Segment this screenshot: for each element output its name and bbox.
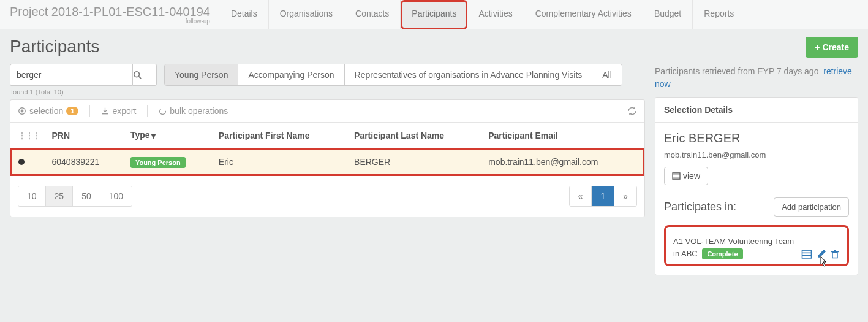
selection-details-panel: Selection Details Eric BERGER mob.train1… bbox=[655, 97, 858, 275]
grip-icon[interactable]: ⋮⋮⋮ bbox=[18, 131, 40, 140]
table-row[interactable]: 6040839221 Young Person Eric BERGER mob.… bbox=[12, 149, 644, 175]
project-subtitle: follow-up bbox=[186, 18, 210, 25]
svg-rect-6 bbox=[673, 173, 680, 179]
refresh-button[interactable] bbox=[627, 106, 637, 116]
add-participation-button[interactable]: Add participation bbox=[774, 197, 849, 217]
download-icon bbox=[101, 107, 109, 115]
page-title: Participants bbox=[10, 37, 99, 56]
page-next[interactable]: » bbox=[614, 186, 636, 206]
page-size-selector: 102550100 bbox=[18, 186, 132, 207]
page-size-25[interactable]: 25 bbox=[46, 186, 74, 206]
tab-reports[interactable]: Reports bbox=[693, 0, 745, 29]
refresh-icon bbox=[627, 106, 637, 116]
page-number-selector: «1» bbox=[569, 186, 637, 207]
view-participation-button[interactable] bbox=[801, 250, 812, 259]
list-icon bbox=[672, 172, 681, 180]
search-icon bbox=[133, 71, 142, 79]
pager: 102550100 «1» bbox=[10, 176, 644, 217]
sort-caret-icon: ▾ bbox=[151, 131, 156, 140]
trash-icon bbox=[830, 249, 840, 259]
top-bar: Project 2018-1-PL01-ESC11-040194 follow-… bbox=[0, 0, 868, 29]
col-first-name[interactable]: Participant First Name bbox=[213, 123, 348, 149]
participation-text: A1 VOL-TEAM Volunteering Team in ABC Com… bbox=[673, 236, 801, 259]
retrieve-link[interactable]: retrieve bbox=[823, 66, 852, 76]
plus-icon: + bbox=[815, 42, 820, 52]
nav-tabs: DetailsOrganisationsContactsParticipants… bbox=[220, 0, 745, 29]
status-badge: Complete bbox=[702, 248, 742, 259]
selection-count: 1 bbox=[66, 107, 78, 115]
filter-tab[interactable]: Representatives of organisations in Adva… bbox=[345, 64, 593, 85]
project-title-block: Project 2018-1-PL01-ESC11-040194 follow-… bbox=[0, 0, 220, 29]
participates-title: Participates in: bbox=[664, 201, 736, 213]
filter-tab[interactable]: Young Person bbox=[165, 64, 238, 85]
selection-toggle[interactable]: selection 1 bbox=[18, 106, 78, 116]
svg-rect-12 bbox=[832, 253, 837, 258]
export-label: export bbox=[112, 106, 136, 116]
export-button[interactable]: export bbox=[101, 106, 136, 116]
selection-label: selection bbox=[29, 106, 63, 116]
project-title: Project 2018-1-PL01-ESC11-040194 bbox=[10, 5, 210, 19]
tab-participants[interactable]: Participants bbox=[401, 0, 467, 29]
filter-tab[interactable]: All bbox=[592, 64, 622, 85]
cursor-icon bbox=[817, 255, 829, 268]
selected-email: mob.train11.ben@gmail.com bbox=[664, 150, 849, 159]
search-button[interactable] bbox=[132, 64, 157, 86]
bulk-operations-button[interactable]: bulk operations bbox=[159, 106, 228, 116]
page-prev[interactable]: « bbox=[570, 186, 592, 206]
cell-prn: 6040839221 bbox=[46, 149, 124, 175]
svg-point-0 bbox=[134, 72, 140, 77]
delete-participation-button[interactable] bbox=[830, 249, 840, 259]
page-size-100[interactable]: 100 bbox=[100, 186, 132, 206]
create-button[interactable]: + Create bbox=[806, 37, 858, 58]
results-panel: selection 1 export bulk operations bbox=[10, 99, 645, 217]
tab-organisations[interactable]: Organisations bbox=[269, 0, 344, 29]
create-label: Create bbox=[822, 42, 849, 52]
tab-complementary-activities[interactable]: Complementary Activities bbox=[524, 0, 643, 29]
found-text: found 1 (Total 10) bbox=[11, 88, 645, 96]
type-badge: Young Person bbox=[130, 157, 186, 168]
results-toolbar: selection 1 export bulk operations bbox=[10, 100, 644, 123]
tab-contacts[interactable]: Contacts bbox=[344, 0, 401, 29]
cell-email: mob.train11.ben@gmail.com bbox=[482, 149, 643, 175]
filter-tabs: Young PersonAccompanying PersonRepresent… bbox=[164, 64, 622, 86]
col-type[interactable]: Type▾ bbox=[124, 123, 213, 149]
tab-budget[interactable]: Budget bbox=[643, 0, 693, 29]
filter-tab[interactable]: Accompanying Person bbox=[238, 64, 344, 85]
search-input[interactable] bbox=[10, 64, 132, 86]
search-box bbox=[10, 64, 157, 86]
list-icon bbox=[801, 250, 812, 259]
svg-line-1 bbox=[139, 77, 142, 79]
participation-item: A1 VOL-TEAM Volunteering Team in ABC Com… bbox=[664, 225, 849, 266]
cell-last: BERGER bbox=[348, 149, 482, 175]
page-size-50[interactable]: 50 bbox=[73, 186, 100, 206]
col-last-name[interactable]: Participant Last Name bbox=[348, 123, 482, 149]
view-label: view bbox=[683, 171, 700, 181]
svg-rect-4 bbox=[102, 113, 108, 114]
selected-name: Eric BERGER bbox=[664, 131, 849, 145]
retrieve-now-link[interactable]: now bbox=[655, 79, 671, 89]
view-button[interactable]: view bbox=[664, 167, 708, 185]
bulk-label: bulk operations bbox=[170, 106, 228, 116]
svg-point-3 bbox=[21, 110, 23, 112]
selection-details-title: Selection Details bbox=[655, 98, 858, 123]
retrieve-info: Participants retrieved from EYP 7 days a… bbox=[655, 65, 858, 91]
tab-details[interactable]: Details bbox=[220, 0, 269, 29]
spinner-icon bbox=[159, 107, 167, 115]
page-size-10[interactable]: 10 bbox=[18, 186, 46, 206]
cell-first: Eric bbox=[213, 149, 348, 175]
participants-table: ⋮⋮⋮ PRN Type▾ Participant First Name Par… bbox=[10, 123, 644, 176]
selection-dot-icon bbox=[18, 159, 25, 165]
tab-activities[interactable]: Activities bbox=[467, 0, 524, 29]
svg-rect-9 bbox=[802, 250, 812, 258]
target-icon bbox=[18, 107, 26, 115]
svg-point-5 bbox=[160, 108, 166, 114]
col-email[interactable]: Participant Email bbox=[482, 123, 643, 149]
col-prn[interactable]: PRN bbox=[46, 123, 124, 149]
page-1[interactable]: 1 bbox=[592, 186, 614, 206]
